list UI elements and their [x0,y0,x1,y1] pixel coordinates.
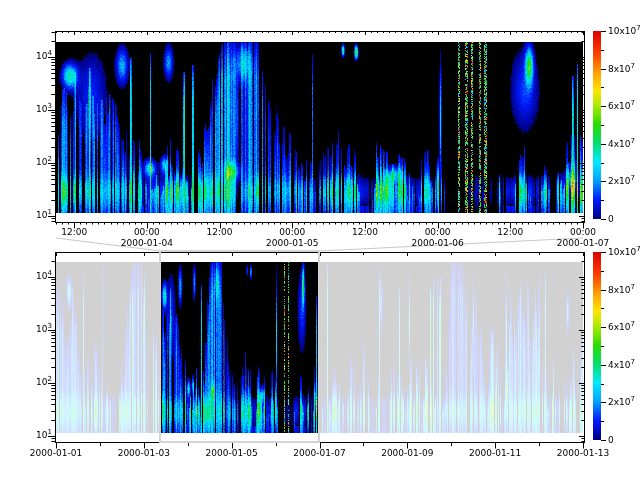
y-tick-label: 104 [22,51,52,62]
y-tick-label: 101 [22,210,52,221]
detail-spectrogram-canvas[interactable] [56,42,583,213]
y-tick-label: 102 [22,377,52,388]
x-tick-label-date: 2000-01-11 [469,448,521,458]
colorbar-tick-label: 2x107 [608,176,635,187]
colorbar-tick-label: 10x107 [608,247,640,258]
overview-colorbar [593,252,601,440]
y-tick-label: 102 [22,157,52,168]
x-tick-label-date: 2000-01-05 [206,448,258,458]
x-tick-label-date: 2000-01-07 [293,448,345,458]
colorbar-tick-label: 6x107 [608,101,635,112]
x-tick-label-date: 2000-01-03 [118,448,170,458]
x-tick-label-time: 00:00 [570,227,596,237]
x-tick-label-date: 2000-01-13 [557,448,609,458]
x-tick-label-time: 12:00 [352,227,378,237]
selection-box[interactable] [159,250,320,443]
colorbar-tick-label: 8x107 [608,64,635,75]
x-tick-label-date: 2000-01-07 [557,238,609,248]
colorbar-tick-label: 0 [608,435,614,445]
spectrogram-figure: 12:0000:002000-01-0412:0000:002000-01-05… [0,0,640,480]
x-tick-label-time: 12:00 [61,227,87,237]
colorbar-tick-label: 0 [608,214,614,224]
x-tick-label-time: 12:00 [497,227,523,237]
colorbar-tick-label: 8x107 [608,285,635,296]
colorbar-tick-label: 2x107 [608,397,635,408]
x-tick-label-date: 2000-01-05 [266,238,318,248]
x-tick-label-time: 00:00 [134,227,160,237]
x-tick-label-time: 00:00 [425,227,451,237]
x-tick-label-date: 2000-01-01 [30,448,82,458]
y-tick-label: 103 [22,104,52,115]
y-tick-label: 101 [22,430,52,441]
y-tick-label: 103 [22,324,52,335]
x-tick-label-date: 2000-01-06 [411,238,463,248]
x-tick-label-time: 12:00 [207,227,233,237]
x-tick-label-time: 00:00 [279,227,305,237]
colorbar-tick-label: 4x107 [608,360,635,371]
x-tick-label-date: 2000-01-04 [121,238,173,248]
colorbar-tick-label: 6x107 [608,322,635,333]
colorbar-tick-label: 4x107 [608,139,635,150]
y-tick-label: 104 [22,271,52,282]
colorbar-tick-label: 10x107 [608,26,640,37]
detail-colorbar [593,31,601,219]
x-tick-label-date: 2000-01-09 [381,448,433,458]
